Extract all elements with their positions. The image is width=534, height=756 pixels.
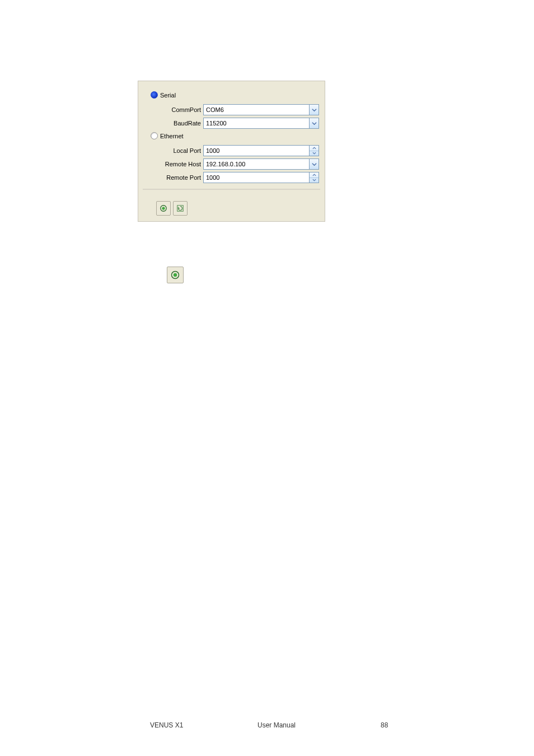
svg-point-1 [162, 207, 165, 209]
ethernet-label: Ethernet [160, 133, 184, 139]
page: Serial CommPort BaudRate [0, 0, 534, 756]
remotehost-dropdown-button[interactable] [310, 158, 319, 170]
dialog-toolbar [144, 197, 319, 216]
spin-up-button[interactable] [310, 172, 318, 178]
commport-control [203, 104, 319, 115]
remoteport-row: Remote Port [144, 172, 319, 183]
commport-row: CommPort [144, 104, 319, 115]
connection-dialog: Serial CommPort BaudRate [138, 81, 325, 222]
spin-up-button[interactable] [310, 146, 318, 151]
ethernet-section: Ethernet Local Port Remote Host [144, 132, 319, 183]
target-icon [160, 204, 167, 212]
baudrate-label: BaudRate [144, 120, 203, 127]
radio-unselected-icon [151, 132, 158, 139]
chevron-down-icon [312, 179, 316, 181]
remotehost-row: Remote Host [144, 158, 319, 170]
remotehost-input[interactable] [203, 158, 310, 170]
localport-control [203, 145, 319, 156]
commport-label: CommPort [144, 106, 203, 113]
remotehost-control [203, 158, 319, 170]
commport-dropdown-button[interactable] [310, 104, 319, 115]
baudrate-dropdown-button[interactable] [310, 118, 319, 129]
chevron-down-icon [312, 121, 317, 126]
remoteport-label: Remote Port [144, 174, 203, 181]
chevron-up-icon [312, 147, 316, 150]
serial-section: Serial CommPort BaudRate [144, 91, 319, 129]
localport-row: Local Port [144, 145, 319, 156]
spin-down-button[interactable] [310, 151, 318, 156]
connect-button[interactable] [156, 201, 171, 216]
remoteport-control [203, 172, 319, 183]
radio-selected-icon [151, 91, 158, 99]
footer-product: VENUS X1 [150, 721, 183, 729]
spin-down-button[interactable] [310, 178, 318, 183]
divider [143, 189, 320, 190]
chevron-down-icon [312, 162, 317, 167]
baudrate-control [203, 118, 319, 129]
localport-spinner[interactable] [310, 145, 319, 156]
commport-input[interactable] [203, 104, 310, 115]
baudrate-input[interactable] [203, 118, 310, 129]
localport-label: Local Port [144, 147, 203, 154]
target-icon [171, 270, 180, 279]
baudrate-row: BaudRate [144, 118, 319, 129]
remoteport-spinner[interactable] [310, 172, 319, 183]
localport-input[interactable] [203, 145, 310, 156]
footer-title: User Manual [257, 721, 296, 729]
chevron-down-icon [312, 108, 317, 113]
svg-point-4 [174, 273, 177, 277]
chevron-up-icon [312, 174, 316, 176]
remotehost-label: Remote Host [144, 161, 203, 167]
refresh-icon [176, 204, 184, 212]
ethernet-radio-row[interactable]: Ethernet [151, 132, 319, 139]
serial-radio-row[interactable]: Serial [151, 91, 319, 99]
chevron-down-icon [312, 152, 316, 155]
serial-label: Serial [160, 92, 176, 99]
footer-page-number: 88 [381, 721, 388, 729]
standalone-connect-button[interactable] [167, 267, 184, 283]
refresh-button[interactable] [173, 201, 188, 216]
remoteport-input[interactable] [203, 172, 310, 183]
